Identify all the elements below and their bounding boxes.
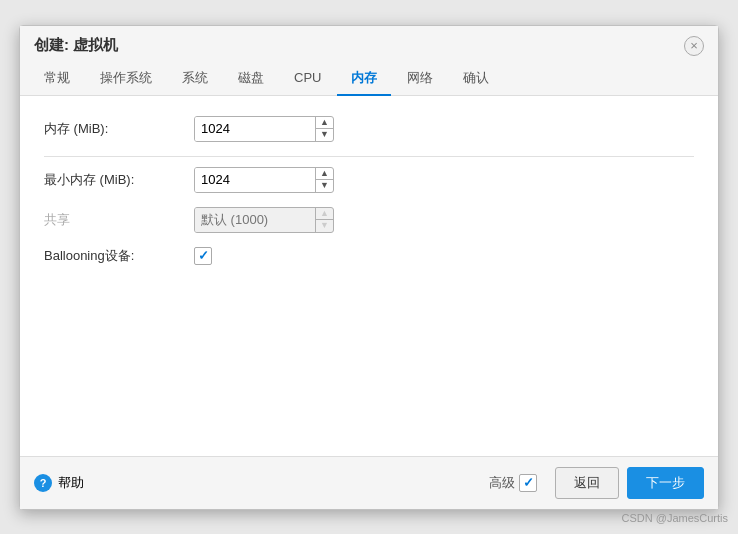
ballooning-checkbox[interactable] bbox=[194, 247, 212, 265]
tab-bar: 常规 操作系统 系统 磁盘 CPU 内存 网络 确认 bbox=[20, 62, 718, 96]
memory-spin-buttons: ▲ ▼ bbox=[315, 117, 333, 141]
min-memory-spin-up[interactable]: ▲ bbox=[316, 168, 333, 181]
memory-spinbox[interactable]: ▲ ▼ bbox=[194, 116, 334, 142]
footer: ? 帮助 高级 返回 下一步 bbox=[20, 456, 718, 509]
create-vm-dialog: 创建: 虚拟机 × 常规 操作系统 系统 磁盘 CPU 内存 网络 确认 内存 … bbox=[19, 25, 719, 510]
divider bbox=[44, 156, 694, 157]
min-memory-row: 最小内存 (MiB): ▲ ▼ bbox=[44, 167, 694, 193]
form-content: 内存 (MiB): ▲ ▼ 最小内存 (MiB): ▲ ▼ bbox=[20, 96, 718, 456]
shared-row: 共享 ▲ ▼ bbox=[44, 207, 694, 233]
advanced-label: 高级 bbox=[489, 474, 515, 492]
min-memory-spin-buttons: ▲ ▼ bbox=[315, 168, 333, 192]
help-label: 帮助 bbox=[58, 474, 84, 492]
min-memory-spinbox[interactable]: ▲ ▼ bbox=[194, 167, 334, 193]
min-memory-input[interactable] bbox=[195, 168, 315, 192]
back-button[interactable]: 返回 bbox=[555, 467, 619, 499]
dialog-title: 创建: 虚拟机 bbox=[34, 36, 118, 55]
next-button[interactable]: 下一步 bbox=[627, 467, 704, 499]
memory-label: 内存 (MiB): bbox=[44, 120, 194, 138]
tab-system[interactable]: 系统 bbox=[168, 62, 222, 96]
memory-spin-up[interactable]: ▲ bbox=[316, 117, 333, 130]
tab-os[interactable]: 操作系统 bbox=[86, 62, 166, 96]
memory-row: 内存 (MiB): ▲ ▼ bbox=[44, 116, 694, 142]
tab-cpu[interactable]: CPU bbox=[280, 63, 335, 94]
tab-network[interactable]: 网络 bbox=[393, 62, 447, 96]
shared-input bbox=[195, 208, 315, 232]
advanced-checkbox[interactable] bbox=[519, 474, 537, 492]
shared-spinbox: ▲ ▼ bbox=[194, 207, 334, 233]
min-memory-spin-down[interactable]: ▼ bbox=[316, 180, 333, 192]
help-icon[interactable]: ? bbox=[34, 474, 52, 492]
watermark: CSDN @JamesCurtis bbox=[621, 512, 728, 524]
ballooning-checkbox-area bbox=[194, 247, 212, 265]
footer-left: ? 帮助 bbox=[34, 474, 84, 492]
shared-label: 共享 bbox=[44, 211, 194, 229]
ballooning-row: Ballooning设备: bbox=[44, 247, 694, 265]
memory-spin-down[interactable]: ▼ bbox=[316, 129, 333, 141]
tab-disk[interactable]: 磁盘 bbox=[224, 62, 278, 96]
shared-spin-up: ▲ bbox=[316, 208, 333, 221]
footer-right: 高级 返回 下一步 bbox=[489, 467, 704, 499]
memory-input[interactable] bbox=[195, 117, 315, 141]
advanced-area: 高级 bbox=[489, 474, 537, 492]
ballooning-label: Ballooning设备: bbox=[44, 247, 194, 265]
close-button[interactable]: × bbox=[684, 36, 704, 56]
min-memory-label: 最小内存 (MiB): bbox=[44, 171, 194, 189]
tab-memory[interactable]: 内存 bbox=[337, 62, 391, 96]
title-bar: 创建: 虚拟机 × bbox=[20, 26, 718, 62]
tab-confirm[interactable]: 确认 bbox=[449, 62, 503, 96]
shared-spin-down: ▼ bbox=[316, 220, 333, 232]
close-icon: × bbox=[690, 39, 698, 52]
tab-general[interactable]: 常规 bbox=[30, 62, 84, 96]
shared-spin-buttons: ▲ ▼ bbox=[315, 208, 333, 232]
